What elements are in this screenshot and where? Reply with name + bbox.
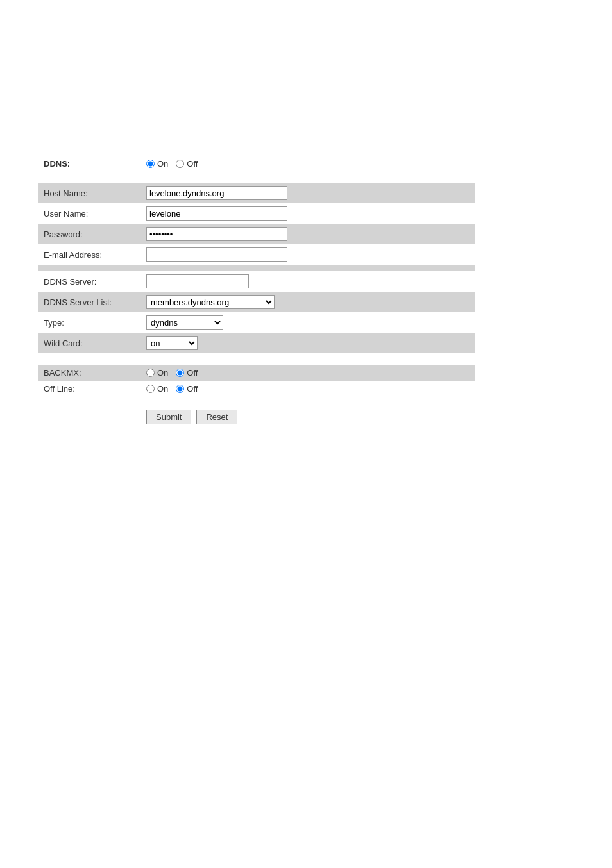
- password-cell: [141, 224, 475, 244]
- ddns-server-label: DDNS Server:: [38, 271, 141, 292]
- spacer-row-2: [38, 353, 475, 360]
- hostname-input[interactable]: [146, 186, 287, 200]
- type-cell: dyndns statdns custom: [141, 312, 475, 333]
- email-row: E-mail Address:: [38, 244, 475, 265]
- hostname-cell: [141, 183, 475, 203]
- offline-on-radio[interactable]: [146, 385, 155, 393]
- button-row: Submit Reset: [38, 410, 475, 424]
- offline-on-group: On: [146, 384, 168, 394]
- type-select[interactable]: dyndns statdns custom: [146, 315, 223, 330]
- wildcard-label: Wild Card:: [38, 333, 141, 353]
- email-label: E-mail Address:: [38, 244, 141, 265]
- submit-button[interactable]: Submit: [146, 410, 191, 424]
- email-cell: [141, 244, 475, 265]
- offline-on-label: On: [157, 384, 168, 394]
- username-cell: [141, 203, 475, 224]
- backmx-on-group: On: [146, 368, 168, 378]
- wildcard-cell: on off: [141, 333, 475, 353]
- hostname-row: Host Name:: [38, 183, 475, 203]
- username-input[interactable]: [146, 206, 287, 221]
- password-label: Password:: [38, 224, 141, 244]
- form-table: Host Name: User Name: Password:: [38, 183, 475, 360]
- hostname-label: Host Name:: [38, 183, 141, 203]
- spacer-row-1: [38, 265, 475, 271]
- backmx-section: BACKMX: On Off Off Line:: [38, 365, 475, 397]
- backmx-off-radio[interactable]: [176, 369, 184, 377]
- ddns-server-input[interactable]: [146, 274, 249, 288]
- offline-off-label: Off: [187, 384, 198, 394]
- wildcard-select[interactable]: on off: [146, 336, 198, 350]
- email-input[interactable]: [146, 247, 287, 262]
- type-row: Type: dyndns statdns custom: [38, 312, 475, 333]
- offline-off-radio[interactable]: [176, 385, 184, 393]
- ddns-on-group: On: [146, 159, 168, 169]
- backmx-row: BACKMX: On Off: [38, 365, 475, 381]
- ddns-label: DDNS:: [44, 159, 146, 169]
- wildcard-row: Wild Card: on off: [38, 333, 475, 353]
- type-label: Type:: [38, 312, 141, 333]
- ddns-section-header: DDNS: On Off: [38, 154, 475, 174]
- form-section: DDNS: On Off Host Name:: [38, 154, 475, 424]
- backmx-on-label: On: [157, 368, 168, 378]
- backmx-radio-group: On Off: [146, 368, 198, 378]
- backmx-off-group: Off: [176, 368, 198, 378]
- ddns-server-list-row: DDNS Server List: members.dyndns.org oth…: [38, 292, 475, 312]
- ddns-off-radio[interactable]: [176, 160, 184, 168]
- ddns-off-group: Off: [176, 159, 198, 169]
- password-row: Password:: [38, 224, 475, 244]
- reset-button[interactable]: Reset: [196, 410, 237, 424]
- page-container: DDNS: On Off Host Name:: [0, 0, 612, 868]
- ddns-server-list-select[interactable]: members.dyndns.org other: [146, 295, 275, 309]
- ddns-on-label: On: [157, 159, 168, 169]
- backmx-label: BACKMX:: [44, 368, 146, 378]
- ddns-off-label: Off: [187, 159, 198, 169]
- ddns-on-radio[interactable]: [146, 160, 155, 168]
- offline-row: Off Line: On Off: [38, 381, 475, 397]
- offline-off-group: Off: [176, 384, 198, 394]
- offline-label: Off Line:: [44, 384, 146, 394]
- offline-radio-group: On Off: [146, 384, 198, 394]
- ddns-server-list-cell: members.dyndns.org other: [141, 292, 475, 312]
- ddns-server-cell: [141, 271, 475, 292]
- ddns-server-list-label: DDNS Server List:: [38, 292, 141, 312]
- ddns-server-row: DDNS Server:: [38, 271, 475, 292]
- username-row: User Name:: [38, 203, 475, 224]
- username-label: User Name:: [38, 203, 141, 224]
- password-input[interactable]: [146, 227, 287, 241]
- ddns-radio-group: On Off: [146, 159, 198, 169]
- backmx-on-radio[interactable]: [146, 369, 155, 377]
- backmx-off-label: Off: [187, 368, 198, 378]
